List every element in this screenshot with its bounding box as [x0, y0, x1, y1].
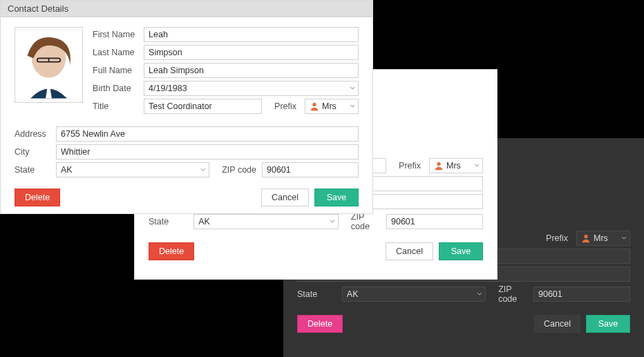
- window-title: Contact Details: [1, 1, 372, 17]
- save-button[interactable]: Save: [439, 242, 483, 260]
- birth-date-value: 4/19/1983: [149, 84, 347, 93]
- zip-label: ZIP code: [215, 165, 256, 175]
- birth-date-label: Birth Date: [93, 84, 138, 93]
- chevron-down-icon: [477, 291, 482, 297]
- prefix-value: Mrs: [446, 161, 471, 171]
- svg-point-1: [437, 162, 440, 166]
- prefix-label: Prefix: [539, 233, 571, 243]
- zip-label: ZIP code: [344, 212, 381, 231]
- state-value: AK: [198, 217, 327, 226]
- zip-input[interactable]: [533, 287, 630, 302]
- contact-dialog: Contact Details First Name: [0, 0, 373, 214]
- state-label: State: [149, 217, 188, 226]
- chevron-down-icon: [200, 167, 206, 173]
- address-label: Address: [15, 129, 50, 139]
- first-name-input[interactable]: [144, 27, 359, 42]
- full-name-label: Full Name: [93, 66, 138, 75]
- birth-date-input[interactable]: 4/19/1983: [144, 81, 359, 96]
- zip-input[interactable]: [386, 214, 483, 229]
- state-combo[interactable]: AK: [342, 287, 486, 302]
- delete-button[interactable]: Delete: [149, 242, 194, 260]
- delete-button[interactable]: Delete: [297, 315, 343, 333]
- prefix-combo[interactable]: Mrs: [576, 231, 630, 246]
- prefix-label: Prefix: [267, 102, 299, 111]
- contact-photo: [15, 27, 83, 103]
- state-label: State: [297, 289, 337, 299]
- chevron-down-icon: [350, 104, 355, 109]
- state-value: AK: [61, 165, 198, 175]
- zip-label: ZIP code: [491, 284, 528, 304]
- cancel-button[interactable]: Cancel: [386, 242, 433, 260]
- person-icon: [310, 102, 319, 111]
- last-name-input[interactable]: [144, 45, 359, 60]
- save-button[interactable]: Save: [586, 315, 630, 333]
- state-value: AK: [347, 289, 474, 299]
- city-input[interactable]: [56, 144, 359, 160]
- cancel-button[interactable]: Cancel: [534, 315, 580, 333]
- first-name-label: First Name: [93, 30, 138, 39]
- state-label: State: [15, 165, 50, 175]
- prefix-label: Prefix: [392, 161, 424, 171]
- title-input[interactable]: [144, 99, 262, 114]
- full-name-input[interactable]: [144, 63, 359, 78]
- state-combo[interactable]: AK: [56, 162, 209, 177]
- delete-button[interactable]: Delete: [15, 189, 60, 206]
- prefix-combo[interactable]: Mrs: [305, 99, 359, 114]
- prefix-value: Mrs: [322, 102, 347, 111]
- title-label: Title: [93, 102, 138, 111]
- state-combo[interactable]: AK: [193, 214, 339, 229]
- address-input[interactable]: [56, 126, 359, 142]
- chevron-down-icon: [350, 86, 355, 91]
- chevron-down-icon: [330, 219, 335, 224]
- person-icon: [434, 161, 444, 171]
- chevron-down-icon: [474, 163, 480, 168]
- save-button[interactable]: Save: [314, 189, 359, 206]
- cancel-button[interactable]: Cancel: [261, 189, 309, 206]
- chevron-down-icon: [621, 235, 627, 241]
- person-icon: [581, 233, 591, 243]
- zip-input[interactable]: [262, 162, 359, 177]
- svg-point-0: [584, 235, 587, 238]
- prefix-value: Mrs: [594, 233, 618, 243]
- last-name-label: Last Name: [93, 48, 138, 57]
- svg-point-6: [312, 103, 316, 106]
- prefix-combo[interactable]: Mrs: [429, 158, 483, 173]
- city-label: City: [15, 147, 50, 157]
